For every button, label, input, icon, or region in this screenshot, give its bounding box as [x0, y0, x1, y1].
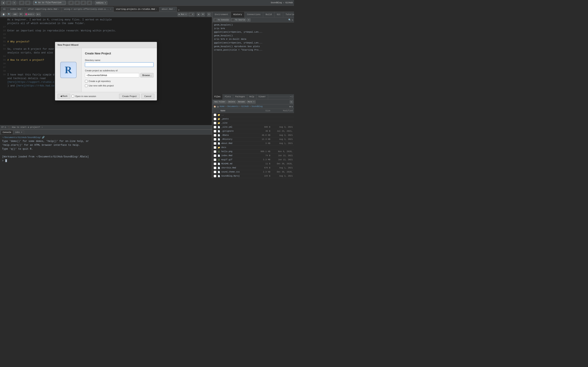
tab-files[interactable]: Files: [212, 94, 223, 100]
file-check-3[interactable]: [214, 126, 216, 128]
search-history-icon[interactable]: 🔍: [288, 18, 291, 21]
toolbar-btn-icon2[interactable]: ⬛: [19, 1, 24, 5]
file-row-6[interactable]: 📄 .Rhistory 12.3 KB Aug 3, 2021: [212, 137, 294, 142]
history-item-1[interactable]: iris %>%: [214, 27, 292, 31]
file-row-4[interactable]: 📄 .gitignore 40 B Jul 23, 2021,: [212, 129, 294, 133]
toolbar-btn-icon7[interactable]: ⬛: [87, 1, 92, 5]
more-btn[interactable]: More ▾: [247, 100, 256, 104]
history-item-4[interactable]: iris %>% # in-built data: [214, 38, 292, 41]
tab-viewer[interactable]: Viewer: [256, 94, 268, 100]
file-row-2[interactable]: 📁 _site: [212, 121, 294, 125]
tab-help[interactable]: Help: [247, 94, 256, 100]
file-check-7[interactable]: [214, 142, 216, 145]
file-row-5[interactable]: 📄 .RData 48.6 KB Aug 3, 2021: [212, 133, 294, 137]
file-row-10[interactable]: 📄 index.Rmd 74 B Jun 13, 2021: [212, 154, 294, 158]
jobs-tab[interactable]: Jobs ×: [13, 130, 24, 134]
tab-close-about[interactable]: ×: [173, 8, 174, 10]
file-row-12[interactable]: 📄 README.md 11 B Dec 30, 2020,: [212, 162, 294, 166]
file-row-1[interactable]: 📁 _posts: [212, 117, 294, 121]
toolbar-btn-icon5[interactable]: ⬛: [75, 1, 80, 5]
breadcrumb-home[interactable]: Home: [220, 105, 225, 108]
toolbar-btn-icon1[interactable]: ⬛: [6, 1, 11, 5]
status-close[interactable]: ×: [42, 126, 43, 128]
tab-history[interactable]: History: [231, 12, 245, 17]
file-check-13[interactable]: [214, 167, 216, 169]
console-content[interactable]: ~/Documents/GitHub/SoundBlog/ 🔗 Type 'de…: [0, 134, 212, 178]
directory-name-input[interactable]: [85, 62, 154, 67]
files-refresh-icon[interactable]: ↻: [292, 105, 293, 108]
files-min-btn[interactable]: —: [290, 95, 291, 98]
delete-history-btn[interactable]: ✕: [247, 18, 250, 22]
tab-connections[interactable]: Connections: [245, 12, 263, 17]
file-row-3[interactable]: 📄 _site.yml 606 B Aug 3, 2021: [212, 125, 294, 129]
file-row-0[interactable]: 📁 ..: [212, 113, 294, 117]
cancel-button[interactable]: Cancel: [141, 94, 154, 99]
tab-tutorial[interactable]: Tutorial: [283, 12, 294, 17]
back-button[interactable]: ◀ Back: [58, 94, 70, 99]
file-check-4[interactable]: [214, 130, 216, 133]
tab-environment[interactable]: Environment: [212, 12, 231, 17]
file-check-9[interactable]: [214, 150, 216, 153]
toolbar-btn-icon4[interactable]: ⬛: [68, 1, 74, 5]
tab-close-starting[interactable]: ×: [156, 8, 157, 10]
file-row-9[interactable]: 🖼 hello.png 909.1 KB Nov 6, 2020,: [212, 150, 294, 154]
subdir-input[interactable]: [85, 73, 139, 77]
delete-file-btn[interactable]: Delete: [227, 100, 236, 104]
tab-close-using[interactable]: ×: [110, 8, 111, 10]
file-check-2[interactable]: [214, 122, 216, 124]
nav-down-btn[interactable]: ▼: [201, 13, 205, 16]
btn-search[interactable]: 🔍: [7, 13, 11, 16]
toolbar-btn-back[interactable]: ◀: [1, 1, 5, 5]
rename-file-btn[interactable]: Rename: [237, 100, 246, 104]
git-checkbox[interactable]: [85, 80, 87, 83]
file-row-8[interactable]: 📁 docs: [212, 146, 294, 150]
file-check-1[interactable]: [214, 118, 216, 120]
tab-starting-projects[interactable]: starting-projects-in-rstudio.Rmd ×: [113, 7, 159, 12]
file-row-7[interactable]: 📄 about.Rmd 3 KB Aug 1, 2021: [212, 142, 294, 146]
source-history-btn[interactable]: ⬛ To Source: [231, 18, 246, 22]
file-row-15[interactable]: 📄 SoundBlog.Rproj 225 B Aug 3, 2021: [212, 174, 294, 178]
file-row-13[interactable]: 📄 shortbio.Rmd 676 B Aug 1, 2021: [212, 166, 294, 170]
console-tab[interactable]: Console: [1, 130, 13, 134]
history-item-7[interactable]: create_post(title = "Starting Pro...: [214, 48, 292, 52]
file-row-14[interactable]: 📄 sound_theme.css 2.3 KB Dec 30, 2020,: [212, 170, 294, 174]
refresh-files-btn[interactable]: ↻: [290, 100, 293, 104]
tab-close-index[interactable]: ×: [22, 8, 23, 10]
history-item-3[interactable]: geom_boxplot(): [214, 34, 292, 38]
renv-checkbox[interactable]: [85, 84, 87, 87]
file-check-11[interactable]: [214, 158, 216, 161]
code-editor[interactable]: As a beginner, I worked in R, creating m…: [0, 17, 212, 125]
settings-button[interactable]: ⚙ ▾: [36, 13, 41, 16]
toolbar-btn-icon3[interactable]: ⬛: [25, 1, 30, 5]
knit-dropdown[interactable]: ▾: [33, 13, 34, 16]
new-folder-btn[interactable]: New Folder: [213, 100, 227, 104]
tab-packages[interactable]: Packages: [233, 94, 247, 100]
source-btn[interactable]: ⬛▾: [189, 13, 194, 16]
open-new-session-checkbox[interactable]: [71, 95, 74, 98]
tab-about[interactable]: about.Rmd ×: [159, 7, 177, 12]
file-check-12[interactable]: [214, 162, 216, 165]
btn-spellcheck[interactable]: ABC: [12, 13, 18, 16]
file-check-8[interactable]: [214, 146, 216, 149]
file-check-0[interactable]: [214, 114, 216, 116]
create-project-button[interactable]: Create Project: [119, 94, 139, 99]
nav-up-btn[interactable]: ▲: [197, 13, 200, 16]
files-max-btn[interactable]: □: [292, 95, 293, 98]
breadcrumb-soundblog[interactable]: SoundBlog: [251, 105, 263, 108]
knit-button[interactable]: 🧶 Knit ▾: [24, 13, 35, 16]
history-item-6[interactable]: geom_boxplot() #produces box plots: [214, 45, 292, 49]
addins-button[interactable]: Addins ▾: [95, 1, 107, 5]
tab-git[interactable]: Git: [274, 12, 283, 17]
history-item-0[interactable]: geom_boxplot(): [214, 23, 292, 27]
file-check-15[interactable]: [214, 175, 216, 177]
load-history-btn[interactable]: ⬛ To Console: [213, 18, 230, 22]
font-size-btn[interactable]: A: [207, 13, 211, 16]
refresh-history-icon[interactable]: ↻: [292, 18, 293, 21]
tab-plots[interactable]: Plots: [223, 94, 233, 100]
file-check-14[interactable]: [214, 171, 216, 173]
go-to-file-input[interactable]: 🔍 Go to file/function: [33, 1, 66, 5]
tab-using-r-scripts[interactable]: using-r-scripts-effectively-even-a... ×: [62, 7, 113, 12]
tab-after-importing[interactable]: after-importing-data.Rmd ×: [26, 7, 61, 12]
history-item-2[interactable]: ggplot(aes(x=Species, y=Sepal.Len...: [214, 30, 292, 34]
tab-nl[interactable]: nl: [1, 7, 8, 12]
